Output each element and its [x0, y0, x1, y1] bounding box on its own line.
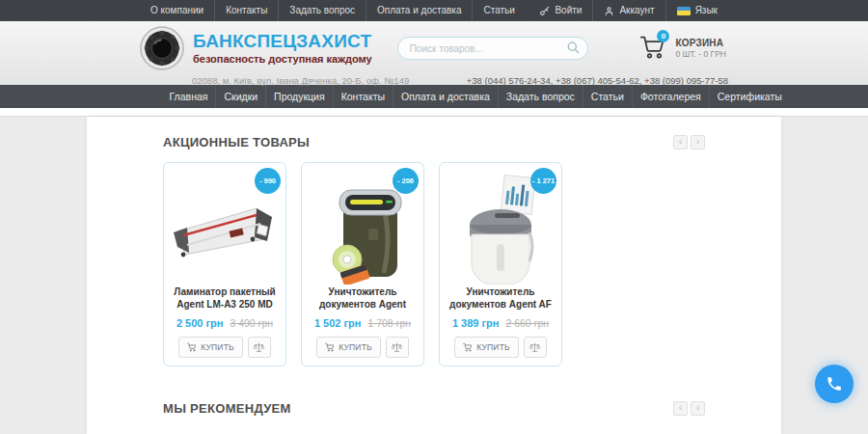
product-prices: 2 500 грн 3 490 грн [169, 317, 281, 329]
discount-badge: - 990 [255, 168, 281, 194]
brand-tagline: безопасность доступная каждому [193, 53, 372, 65]
chevron-left-icon[interactable]: ‹ [673, 401, 688, 416]
cart-widget[interactable]: 0 КОРЗИНА 0 ШТ. - 0 ГРН [638, 34, 728, 63]
promo-products-row: - 990 Ламинатор пакетный Agent LM-А3 250… [163, 162, 705, 366]
top-link-ask-question[interactable]: Задать вопрос [278, 0, 366, 21]
scales-icon [391, 341, 403, 354]
header-divider-band [0, 108, 868, 117]
price-old: 3 490 грн [230, 317, 273, 329]
top-link-articles[interactable]: Статьи [472, 0, 525, 21]
buy-button[interactable]: КУПИТЬ [454, 337, 519, 358]
nav-item-discounts[interactable]: Скидки [215, 85, 265, 108]
scales-icon [529, 341, 541, 354]
cart-label: КОРЗИНА [675, 38, 726, 48]
buy-label: КУПИТЬ [476, 342, 510, 352]
price-current: 1 502 грн [314, 317, 362, 329]
product-card: - 990 Ламинатор пакетный Agent LM-А3 250… [163, 162, 286, 366]
cart-count-badge: 0 [657, 30, 669, 42]
chevron-right-icon[interactable]: › [691, 135, 705, 149]
main-nav: Главная Скидки Продукция Контакты Оплата… [0, 85, 868, 108]
callback-button[interactable] [815, 365, 854, 403]
promo-section-header: АКЦИОННЫЕ ТОВАРЫ ‹ › [163, 135, 705, 149]
scales-icon [253, 341, 265, 354]
nav-item-ask-question[interactable]: Задать вопрос [498, 85, 583, 108]
brand-name: БАНКСПЕЦЗАХИСТ [193, 32, 372, 51]
nav-item-certificates[interactable]: Сертификаты [709, 85, 790, 108]
key-icon [539, 6, 550, 16]
product-card: - 1 271 [439, 162, 562, 366]
nav-item-products[interactable]: Продукция [265, 85, 333, 108]
search-icon[interactable] [566, 41, 581, 55]
search-box [397, 37, 588, 60]
content-column: АКЦИОННЫЕ ТОВАРЫ ‹ › - 990 [87, 117, 781, 434]
promo-section-title: АКЦИОННЫЕ ТОВАРЫ [163, 135, 310, 149]
price-current: 2 500 грн [176, 317, 224, 329]
login-label: Войти [555, 0, 582, 21]
product-prices: 1 502 грн 1 708 грн [307, 317, 419, 329]
product-card: - 206 [301, 162, 424, 366]
recommend-section-title: МЫ РЕКОМЕНДУЕМ [163, 401, 291, 416]
top-account-links: Войти Аккаунт Язык [529, 0, 728, 21]
chevron-left-icon[interactable]: ‹ [673, 135, 688, 149]
cart-small-icon [187, 342, 197, 352]
cart-summary: 0 ШТ. - 0 ГРН [675, 49, 726, 59]
recommend-section-header: МЫ РЕКОМЕНДУЕМ ‹ › [163, 401, 705, 416]
search-input[interactable] [397, 37, 588, 60]
product-prices: 1 389 грн 2 660 грн [445, 317, 556, 329]
account-label: Аккаунт [619, 0, 654, 21]
nav-item-payment-delivery[interactable]: Оплата и доставка [393, 85, 498, 108]
compare-button[interactable] [524, 337, 547, 358]
user-icon [604, 6, 614, 16]
price-current: 1 389 грн [452, 317, 500, 329]
compare-button[interactable] [386, 337, 409, 358]
product-title[interactable]: Уничтожитель документов Agent AF 5025.4X… [445, 286, 556, 312]
brand-block: БАНКСПЕЦЗАХИСТ безопасность доступная ка… [193, 32, 372, 65]
buy-label: КУПИТЬ [201, 342, 234, 352]
cart-small-icon [325, 342, 335, 352]
safe-dial-logo[interactable] [140, 26, 184, 70]
product-title[interactable]: Уничтожитель документов Agent 009X (5x34… [307, 286, 419, 312]
chevron-right-icon[interactable]: › [691, 401, 705, 416]
login-link[interactable]: Войти [529, 0, 592, 21]
promo-carousel-arrows: ‹ › [673, 135, 705, 149]
nav-item-home[interactable]: Главная [162, 85, 216, 108]
top-links: О компании Контакты Задать вопрос Оплата… [140, 0, 526, 21]
price-old: 1 708 грн [367, 317, 411, 329]
nav-item-contacts[interactable]: Контакты [333, 85, 393, 108]
phone-icon [826, 375, 843, 393]
discount-badge: - 206 [393, 168, 419, 194]
discount-badge: - 1 271 [530, 168, 556, 194]
language-label: Язык [695, 0, 718, 21]
nav-item-articles[interactable]: Статьи [583, 85, 632, 108]
price-old: 2 660 грн [505, 317, 549, 329]
nav-item-photogallery[interactable]: Фотогалерея [632, 85, 709, 108]
top-link-about[interactable]: О компании [140, 0, 214, 21]
account-link[interactable]: Аккаунт [592, 0, 665, 21]
top-bar: О компании Контакты Задать вопрос Оплата… [0, 0, 868, 21]
buy-button[interactable]: КУПИТЬ [178, 337, 243, 358]
top-link-contacts[interactable]: Контакты [214, 0, 278, 21]
recommend-carousel-arrows: ‹ › [673, 401, 705, 416]
product-title[interactable]: Ламинатор пакетный Agent LM-А3 250 MD [169, 286, 281, 312]
cart-small-icon [463, 342, 473, 352]
buy-label: КУПИТЬ [339, 342, 372, 352]
language-switcher[interactable]: Язык [665, 0, 728, 21]
buy-button[interactable]: КУПИТЬ [316, 337, 381, 358]
compare-button[interactable] [248, 337, 271, 358]
top-link-payment-delivery[interactable]: Оплата и доставка [366, 0, 472, 21]
ukraine-flag-icon [677, 7, 691, 15]
header: БАНКСПЕЦЗАХИСТ безопасность доступная ка… [0, 21, 868, 85]
